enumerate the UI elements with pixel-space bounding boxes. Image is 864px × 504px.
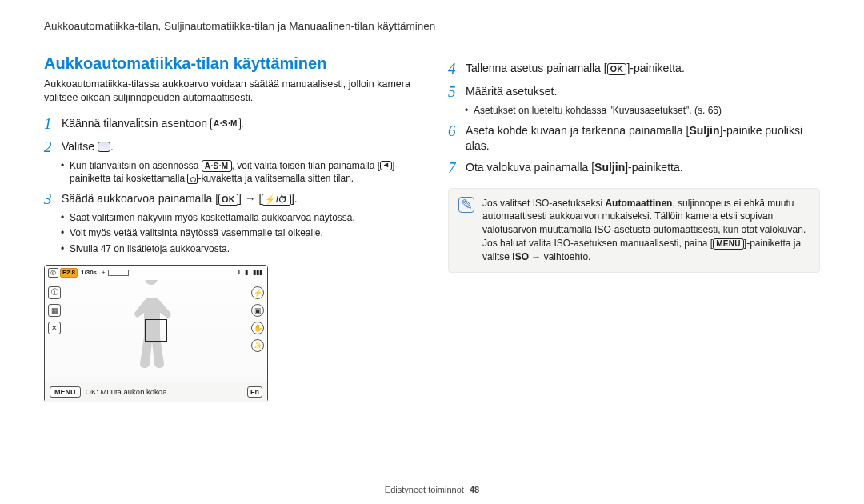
bold: Suljin [594, 161, 625, 174]
page-header: Aukkoautomatiikka-tilan, Suljinautomatii… [44, 20, 820, 32]
frame-count: I [237, 269, 242, 277]
page-number: 48 [470, 485, 479, 494]
step-body: Valitse . [62, 139, 416, 154]
t: ]-painiketta. [625, 161, 682, 174]
note-text: Jos valitset ISO-asetukseksi Automaattin… [482, 197, 810, 264]
menu-key-icon: MENU [713, 238, 744, 250]
step-number: 7 [448, 160, 466, 177]
bold: Suljin [689, 124, 719, 137]
step-number: 6 [448, 123, 466, 140]
beauty-icon: ✨ [251, 339, 264, 352]
t: Ota valokuva painamalla [ [466, 161, 594, 174]
step-5: 5 Määritä asetukset. [448, 84, 820, 101]
arrow: ] → [ [238, 192, 262, 205]
t: Jos valitset ISO-asetukseksi [482, 198, 605, 209]
note-box: ✎ Jos valitset ISO-asetukseksi Automaatt… [448, 188, 820, 273]
step-number: 4 [448, 61, 466, 78]
intro-text: Aukkoautomatiikka-tilassa aukkoarvo void… [44, 78, 416, 105]
lcd-right-icons: ⚡ ▣ ✋ ✨ [251, 286, 264, 352]
t: Aseta kohde kuvaan ja tarkenna painamall… [466, 124, 689, 137]
bold: ISO [512, 251, 529, 262]
bold: Automaattinen [605, 198, 672, 209]
t: ]-painiketta. [626, 62, 684, 74]
ev-scale-icon [108, 270, 129, 276]
t: , voit valita toisen tilan painamalla [ [232, 160, 380, 171]
bullet: Kun tilanvalitsin on asennossa A·S·M, vo… [62, 159, 416, 186]
step-4: 4 Tallenna asetus painamalla [OK]-painik… [448, 61, 820, 78]
aperture-value: F2.8 [60, 268, 78, 278]
bullet: Voit myös vetää valitsinta näytössä vase… [62, 226, 416, 239]
shutter-speed: 1/30s [79, 269, 98, 277]
t: → vaihtoehto. [529, 251, 590, 262]
sd-card-icon: ▮ [243, 269, 250, 277]
step-text: Valitse [62, 140, 98, 153]
lcd-bottombar: MENU OK: Muuta aukon kokoa Fn [45, 382, 267, 402]
bottom-hint: OK: Muuta aukon kokoa [86, 387, 167, 396]
step-number: 1 [44, 116, 62, 133]
page-footer: Edistyneet toiminnot 48 [0, 485, 864, 494]
step-number: 3 [44, 191, 62, 208]
mode-thumb-icon [187, 174, 198, 184]
asm-icon: A·S·M [202, 160, 232, 173]
footer-section: Edistyneet toiminnot [385, 485, 464, 494]
t: ]. [291, 192, 298, 205]
exposure-icon: ± [100, 269, 106, 277]
t: -kuvaketta ja valitsemalla sitten tilan. [198, 173, 354, 184]
flash-mode-icon: ⚡ [251, 286, 264, 299]
lcd-left-icons: ⓘ ▦ ✕ [48, 286, 61, 334]
step-5-bullets: Asetukset on lueteltu kohdassa "Kuvausas… [466, 104, 820, 117]
step-1: 1 Käännä tilanvalitsin asentoon A·S·M. [44, 116, 416, 133]
step-body: Käännä tilanvalitsin asentoon A·S·M. [62, 116, 416, 131]
bullet: Sivulla 47 on lisätietoja aukkoarvosta. [62, 242, 416, 255]
fn-button[interactable]: Fn [247, 386, 262, 398]
step-body: Aseta kohde kuvaan ja tarkenna painamall… [466, 123, 820, 154]
mode-chip: ◎ [48, 268, 58, 278]
ok-key-icon: OK [218, 194, 238, 206]
step-2-bullets: Kun tilanvalitsin on asennossa A·S·M, vo… [62, 159, 416, 186]
note-icon: ✎ [458, 197, 474, 213]
t: Tallenna asetus painamalla [ [466, 62, 607, 74]
focus-square [145, 319, 167, 342]
info-icon: ⓘ [48, 286, 61, 299]
wifi-off-icon: ✕ [48, 322, 61, 334]
step-body: Säädä aukkoarvoa painamalla [OK] → [⚡/⏱]… [62, 191, 416, 206]
step-body: Tallenna asetus painamalla [OK]-painiket… [466, 61, 820, 76]
step-body: Ota valokuva painamalla [Suljin]-painike… [466, 160, 820, 175]
t: Kun tilanvalitsin on asennossa [70, 160, 202, 171]
camera-lcd: ◎ F2.8 1/30s ± I ▮ ▮▮▮ ⓘ ▦ ✕ ⚡ ▣ [44, 265, 268, 402]
mode-select-icon [98, 142, 110, 152]
af-mode-icon: ▣ [251, 304, 264, 317]
step-2: 2 Valitse . [44, 139, 416, 156]
ok-key-icon: OK [607, 63, 627, 75]
step-number: 2 [44, 139, 62, 156]
step-7: 7 Ota valokuva painamalla [Suljin]-paini… [448, 160, 820, 177]
step-3-bullets: Saat valitsimen näkyviin myös koskettama… [62, 211, 416, 255]
step-3: 3 Säädä aukkoarvoa painamalla [OK] → [⚡/… [44, 191, 416, 208]
section-title: Aukkoautomatiikka-tilan käyttäminen [44, 54, 416, 73]
bullet: Saat valitsimen näkyviin myös koskettama… [62, 211, 416, 224]
asm-icon: A·S·M [210, 118, 241, 130]
step-text: Käännä tilanvalitsin asentoon [62, 117, 210, 130]
flash-timer-key-icon: ⚡/⏱ [262, 194, 290, 206]
menu-button[interactable]: MENU [50, 386, 81, 398]
lcd-screen: ◎ F2.8 1/30s ± I ▮ ▮▮▮ ⓘ ▦ ✕ ⚡ ▣ [45, 266, 267, 382]
shake-icon: ✋ [251, 322, 264, 334]
back-key-icon [380, 161, 392, 170]
bullet: Asetukset on lueteltu kohdassa "Kuvausas… [466, 104, 820, 117]
step-number: 5 [448, 84, 466, 101]
drive-mode-icon: ▦ [48, 304, 61, 317]
battery-icon: ▮▮▮ [251, 269, 264, 277]
step-6: 6 Aseta kohde kuvaan ja tarkenna painama… [448, 123, 820, 154]
step-body: Määritä asetukset. [466, 84, 820, 99]
left-column: Aukkoautomatiikka-tilan käyttäminen Aukk… [44, 54, 416, 402]
right-column: 4 Tallenna asetus painamalla [OK]-painik… [448, 54, 820, 402]
lcd-topbar: ◎ F2.8 1/30s ± I ▮ ▮▮▮ [45, 266, 267, 280]
step-text: Säädä aukkoarvoa painamalla [ [62, 192, 218, 205]
